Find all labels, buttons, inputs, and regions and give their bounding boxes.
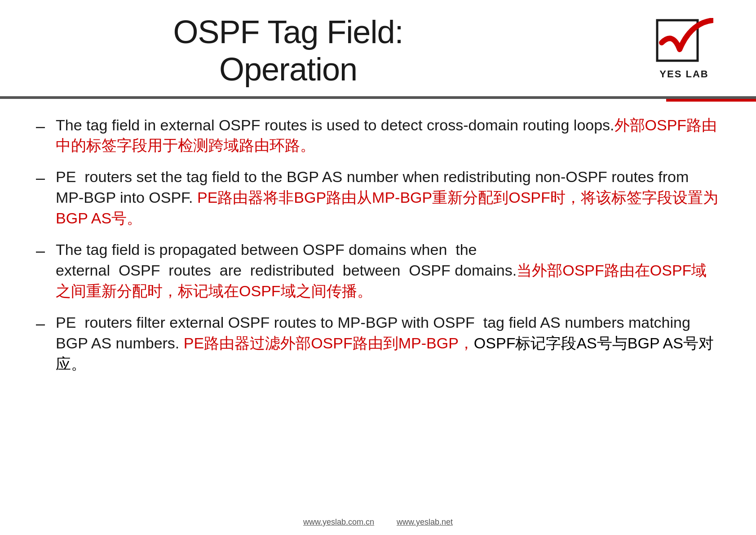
bullet-dash-3: – xyxy=(36,241,45,262)
bullet-item-4: – PE routers filter external OSPF routes… xyxy=(36,312,720,374)
header: OSPF Tag Field: Operation YES LAB xyxy=(0,0,756,88)
bullet-text-4: PE routers filter external OSPF routes t… xyxy=(56,312,720,374)
bullet-text-1: The tag field in external OSPF routes is… xyxy=(56,115,720,156)
divider-container xyxy=(0,96,756,102)
slide: OSPF Tag Field: Operation YES LAB – xyxy=(0,0,756,535)
logo-checkmark xyxy=(655,18,713,67)
logo-svg xyxy=(655,18,713,67)
footer-link-1[interactable]: www.yeslab.com.cn xyxy=(303,517,374,526)
bullet-dash-4: – xyxy=(36,313,45,334)
bullet-item-1: – The tag field in external OSPF routes … xyxy=(36,115,720,156)
slide-title: OSPF Tag Field: Operation xyxy=(27,13,639,88)
title-line1: OSPF Tag Field: xyxy=(173,14,403,50)
bullet-text-2: PE routers set the tag field to the BGP … xyxy=(56,167,720,229)
bullet-item-2: – PE routers set the tag field to the BG… xyxy=(36,167,720,229)
footer-link-2[interactable]: www.yeslab.net xyxy=(397,517,453,526)
logo-block: YES LAB xyxy=(639,18,729,80)
divider-top xyxy=(0,96,756,99)
title-block: OSPF Tag Field: Operation xyxy=(27,13,639,88)
logo-label: YES LAB xyxy=(659,68,708,80)
bullet-text-3: The tag field is propagated between OSPF… xyxy=(56,240,720,302)
bullet-item-3: – The tag field is propagated between OS… xyxy=(36,240,720,302)
title-line2: Operation xyxy=(219,51,357,87)
bullet-dash-2: – xyxy=(36,168,45,189)
footer: www.yeslab.com.cn www.yeslab.net xyxy=(0,513,756,535)
bullet-dash-1: – xyxy=(36,116,45,137)
content-area: – The tag field in external OSPF routes … xyxy=(0,102,756,513)
